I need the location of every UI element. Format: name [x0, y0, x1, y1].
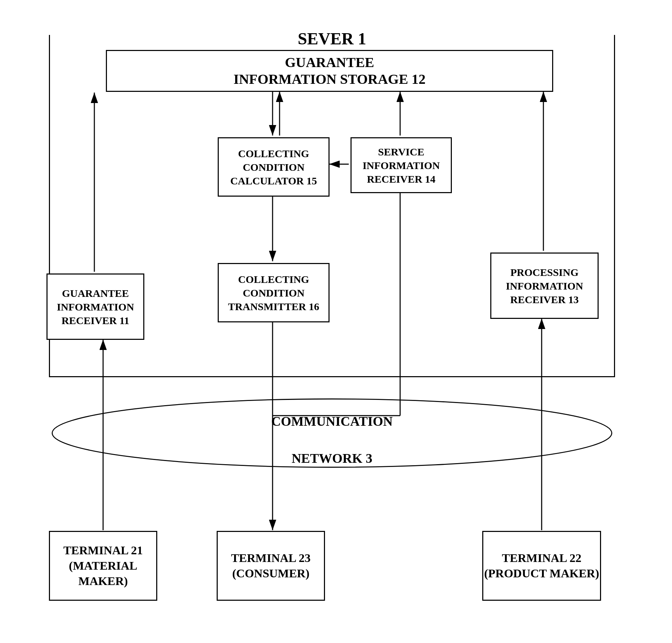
guarantee-receiver-box: GUARANTEEINFORMATIONRECEIVER 11	[46, 273, 144, 340]
processing-receiver-label: PROCESSINGINFORMATIONRECEIVER 13	[506, 265, 583, 306]
storage-label: GUARANTEEINFORMATION STORAGE 12	[233, 54, 426, 88]
terminal-21-box: TERMINAL 21(MATERIAL MAKER)	[49, 531, 157, 601]
terminal-22-box: TERMINAL 22(PRODUCT MAKER)	[482, 531, 601, 601]
terminal-23-box: TERMINAL 23(CONSUMER)	[217, 531, 325, 601]
service-receiver-box: SERVICEINFORMATIONRECEIVER 14	[351, 137, 452, 193]
storage-box: GUARANTEEINFORMATION STORAGE 12	[106, 50, 553, 92]
network-label: COMMUNICATIONNETWORK 3	[28, 412, 636, 468]
calculator-label: COLLECTINGCONDITIONCALCULATOR 15	[230, 147, 317, 188]
server-title: SEVER 1	[50, 29, 614, 48]
service-receiver-label: SERVICEINFORMATIONRECEIVER 14	[362, 145, 440, 186]
terminal-22-label: TERMINAL 22(PRODUCT MAKER)	[484, 550, 599, 581]
transmitter-label: COLLECTINGCONDITIONTRANSMITTER 16	[228, 272, 319, 313]
terminal-23-label: TERMINAL 23(CONSUMER)	[231, 550, 311, 581]
transmitter-box: COLLECTINGCONDITIONTRANSMITTER 16	[218, 263, 330, 322]
guarantee-receiver-label: GUARANTEEINFORMATIONRECEIVER 11	[57, 286, 134, 327]
diagram-container: SEVER 1 GUARANTEEINFORMATION STORAGE 12 …	[28, 14, 643, 629]
server-box: SEVER 1 GUARANTEEINFORMATION STORAGE 12 …	[49, 35, 615, 377]
terminal-21-label: TERMINAL 21(MATERIAL MAKER)	[50, 543, 156, 589]
processing-receiver-box: PROCESSINGINFORMATIONRECEIVER 13	[490, 253, 599, 319]
calculator-box: COLLECTINGCONDITIONCALCULATOR 15	[218, 137, 330, 197]
